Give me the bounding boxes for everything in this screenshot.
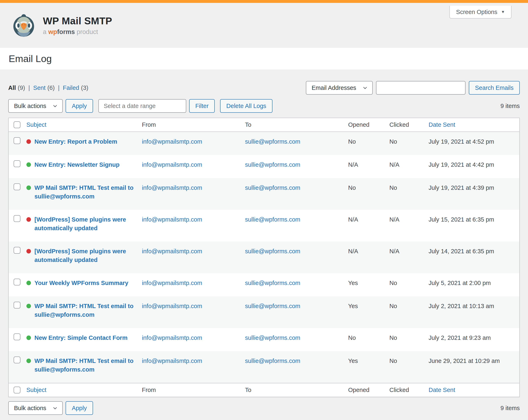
table-row: [WordPress] Some plugins were automatica… [9,210,519,242]
row-checkbox[interactable] [14,137,20,144]
column-clicked: Clicked [389,387,409,393]
view-separator: | [28,84,30,91]
table-row: WP Mail SMTP: HTML Test email to sullie@… [9,351,519,383]
table-footer-row: Subject From To Opened Clicked Date Sent [9,383,519,397]
select-all-checkbox[interactable] [14,121,20,128]
table-row: New Entry: Report a Problem info@wpmails… [9,132,519,155]
row-checkbox[interactable] [14,302,20,308]
subject-link[interactable]: New Entry: Newsletter Signup [35,160,120,169]
table-header-row: Subject From To Opened Clicked Date Sent [9,118,519,132]
date-range-input[interactable] [98,99,186,113]
table-row: WP Mail SMTP: HTML Test email to sullie@… [9,296,519,328]
to-link[interactable]: sullie@wpforms.com [245,138,300,145]
to-link[interactable]: sullie@wpforms.com [245,248,300,255]
view-all-link[interactable]: All(9) [8,84,25,91]
top-accent-bar [0,0,528,3]
row-checkbox[interactable] [14,279,20,285]
status-dot-icon [26,281,31,285]
opened-value: No [348,335,356,341]
view-sent-link[interactable]: Sent(6) [33,84,55,91]
status-dot-icon [26,186,31,190]
to-link[interactable]: sullie@wpforms.com [245,161,300,168]
items-count: 9 items [501,103,520,109]
brand-subtitle: a wpforms product [43,28,112,36]
status-dot-icon [26,304,31,308]
to-link[interactable]: sullie@wpforms.com [245,335,300,341]
bulk-actions-select[interactable]: Bulk actions [8,99,63,113]
subject-link[interactable]: [WordPress] Some plugins were automatica… [35,215,134,233]
chevron-down-icon: ▼ [501,10,505,14]
pigeon-logo-icon [12,13,36,37]
page-title-bar: Email Log [0,48,528,70]
bulk-actions-select[interactable]: Bulk actions [8,401,63,415]
apply-button[interactable]: Apply [66,401,93,415]
opened-value: Yes [348,303,358,309]
from-link[interactable]: info@wpmailsmtp.com [142,303,202,309]
column-to: To [245,387,252,393]
column-opened: Opened [348,387,369,393]
page-title: Email Log [9,53,52,64]
opened-value: N/A [348,248,358,255]
table-row: New Entry: Newsletter Signup info@wpmail… [9,155,519,178]
to-link[interactable]: sullie@wpforms.com [245,280,300,286]
subject-link[interactable]: [WordPress] Some plugins were automatica… [35,247,134,264]
filter-button[interactable]: Filter [189,99,215,113]
row-checkbox[interactable] [14,333,20,340]
from-link[interactable]: info@wpmailsmtp.com [142,185,202,191]
to-link[interactable]: sullie@wpforms.com [245,185,300,191]
email-log-rows: New Entry: Report a Problem info@wpmails… [9,132,519,383]
from-link[interactable]: info@wpmailsmtp.com [142,138,202,145]
row-checkbox[interactable] [14,247,20,254]
subject-link[interactable]: WP Mail SMTP: HTML Test email to sullie@… [35,183,134,201]
to-link[interactable]: sullie@wpforms.com [245,216,300,223]
row-checkbox[interactable] [14,160,20,167]
subject-link[interactable]: New Entry: Simple Contact Form [35,333,127,342]
to-link[interactable]: sullie@wpforms.com [245,358,300,364]
from-link[interactable]: info@wpmailsmtp.com [142,248,202,255]
search-emails-button[interactable]: Search Emails [469,81,520,94]
subject-link[interactable]: WP Mail SMTP: HTML Test email to sullie@… [35,302,134,319]
status-dot-icon [26,139,31,144]
search-input[interactable] [376,81,466,94]
from-link[interactable]: info@wpmailsmtp.com [142,216,202,223]
select-all-checkbox[interactable] [14,387,20,393]
clicked-value: N/A [389,216,399,223]
subject-link[interactable]: WP Mail SMTP: HTML Test email to sullie@… [35,357,134,374]
brand-title: WP Mail SMTP [43,15,112,27]
table-row: New Entry: Simple Contact Form info@wpma… [9,328,519,351]
search-mode-select[interactable]: Email Addresses [306,81,373,94]
apply-button[interactable]: Apply [66,99,93,113]
sort-subject-link[interactable]: Subject [26,387,46,393]
opened-value: N/A [348,161,358,168]
from-link[interactable]: info@wpmailsmtp.com [142,358,202,364]
subject-link[interactable]: New Entry: Report a Problem [35,137,117,146]
column-opened: Opened [348,121,369,128]
date-sent-value: July 19, 2021 at 4:52 pm [429,138,494,145]
status-dot-icon [26,359,31,363]
date-sent-value: June 29, 2021 at 10:29 am [429,358,500,364]
row-checkbox[interactable] [14,357,20,363]
date-sent-value: July 15, 2021 at 6:35 pm [429,216,494,223]
view-separator: | [58,84,60,91]
column-from: From [142,387,156,393]
opened-value: N/A [348,216,358,223]
sort-date-sent-link[interactable]: Date Sent [429,387,455,393]
date-sent-value: July 19, 2021 at 4:42 pm [429,161,494,168]
from-link[interactable]: info@wpmailsmtp.com [142,280,202,286]
to-link[interactable]: sullie@wpforms.com [245,303,300,309]
view-failed-link[interactable]: Failed(3) [63,84,88,91]
row-checkbox[interactable] [14,215,20,222]
clicked-value: N/A [389,248,399,255]
row-checkbox[interactable] [14,183,20,190]
subject-link[interactable]: Your Weekly WPForms Summary [35,279,128,287]
from-link[interactable]: info@wpmailsmtp.com [142,161,202,168]
opened-value: No [348,138,356,145]
chevron-down-icon [362,85,368,91]
from-link[interactable]: info@wpmailsmtp.com [142,335,202,341]
sort-subject-link[interactable]: Subject [26,121,46,128]
delete-all-logs-button[interactable]: Delete All Logs [220,99,272,113]
sort-date-sent-link[interactable]: Date Sent [429,121,455,128]
screen-options-button[interactable]: Screen Options ▼ [449,6,512,19]
screen-options-label: Screen Options [456,9,497,15]
table-row: Your Weekly WPForms Summary info@wpmails… [9,273,519,296]
